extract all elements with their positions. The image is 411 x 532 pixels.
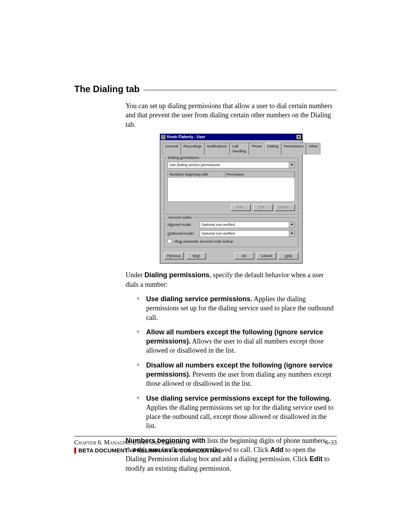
under-dialing-paragraph: Under Dialing permissions, specify the d…	[126, 270, 337, 289]
combo-value: Use dialing service permissions	[168, 163, 289, 168]
edit-button[interactable]: Edit...	[253, 204, 273, 211]
intro-paragraph: You can set up dialing permissions that …	[126, 101, 337, 129]
auto-lookup-checkbox[interactable]: Allow automatic account code lookup	[167, 239, 295, 244]
list-item: Use dialing service permissions. Applies…	[137, 294, 337, 322]
tab-general[interactable]: General	[162, 143, 181, 155]
close-button[interactable]: ✕	[296, 134, 301, 139]
inbound-combo[interactable]: Optional non-verified	[199, 222, 295, 228]
dialog-button-row: Previous Next OK Cancel Help	[160, 250, 302, 263]
options-list: Use dialing service permissions. Applies…	[137, 294, 337, 431]
list-header: Numbers beginning with Permission	[168, 172, 295, 178]
list-item: Disallow all numbers except the followin…	[137, 361, 337, 388]
tab-permissions[interactable]: Permissions	[281, 143, 306, 155]
checkbox-icon[interactable]	[167, 239, 172, 243]
inbound-value: Optional non-verified	[200, 222, 289, 227]
page-footer: Chapter 6. Managing Users and Stations 6…	[74, 436, 337, 454]
tab-phone[interactable]: Phone	[249, 143, 264, 155]
heading-rule	[143, 90, 337, 90]
titlebar: Kevin Flaherty - User ✕	[160, 134, 302, 140]
next-button[interactable]: Next	[186, 252, 206, 259]
outbound-value: Optional non-verified	[200, 231, 289, 236]
chevron-down-icon[interactable]	[289, 222, 295, 228]
chevron-down-icon[interactable]	[289, 162, 295, 168]
account-codes-label: Account codes	[167, 215, 193, 220]
outbound-combo[interactable]: Optional non-verified	[199, 230, 295, 237]
cancel-button[interactable]: Cancel	[256, 252, 276, 259]
help-button[interactable]: Help	[279, 252, 298, 259]
tab-call-handling[interactable]: Call Handling	[229, 143, 249, 155]
tab-recordings[interactable]: Recordings	[181, 143, 204, 155]
heading-text: The Dialing tab	[74, 84, 140, 94]
checkbox-label: Allow automatic account code lookup	[174, 239, 233, 244]
red-bar-icon	[74, 447, 76, 454]
dialing-permissions-label: Dialing permissions	[167, 155, 200, 160]
tab-other[interactable]: Other	[306, 143, 320, 155]
dialing-permissions-group: Dialing permissions Use dialing service …	[164, 158, 298, 214]
chapter-label: Chapter 6. Managing Users and Stations	[74, 439, 183, 446]
delete-button[interactable]: Delete...	[275, 204, 295, 211]
list-item: Allow all numbers except the following (…	[137, 328, 337, 355]
user-dialog: Kevin Flaherty - User ✕ General Recordin…	[160, 134, 303, 264]
section-heading: The Dialing tab	[74, 84, 337, 94]
dialing-permissions-combo[interactable]: Use dialing service permissions	[167, 162, 295, 168]
app-icon	[161, 135, 166, 139]
inbound-label: Inbound mode:	[167, 222, 197, 227]
tab-notifications[interactable]: Notifications	[204, 143, 229, 155]
permissions-list[interactable]: Numbers beginning with Permission	[167, 171, 295, 202]
footer-rule	[74, 436, 337, 436]
account-codes-group: Account codes Inbound mode: Optional non…	[164, 217, 298, 248]
tab-strip: General Recordings Notifications Call Ha…	[160, 140, 302, 154]
confidential-label: BETA DOCUMENT - PRELIMINARY & CONFIDENTI…	[78, 447, 222, 454]
add-button[interactable]: Add...	[231, 204, 251, 211]
list-item: Use dialing service permissions except f…	[137, 394, 337, 431]
dialog-screenshot: Kevin Flaherty - User ✕ General Recordin…	[160, 134, 303, 264]
page-number: 6-33	[325, 439, 337, 446]
tab-dialing[interactable]: Dialing	[265, 143, 281, 155]
col-permission: Permission	[225, 172, 295, 177]
chevron-down-icon[interactable]	[289, 231, 295, 236]
ok-button[interactable]: OK	[234, 252, 254, 259]
window-title: Kevin Flaherty - User	[167, 134, 296, 140]
previous-button[interactable]: Previous	[164, 252, 184, 259]
outbound-label: Outbound mode:	[167, 231, 197, 236]
col-numbers: Numbers beginning with	[168, 172, 225, 177]
